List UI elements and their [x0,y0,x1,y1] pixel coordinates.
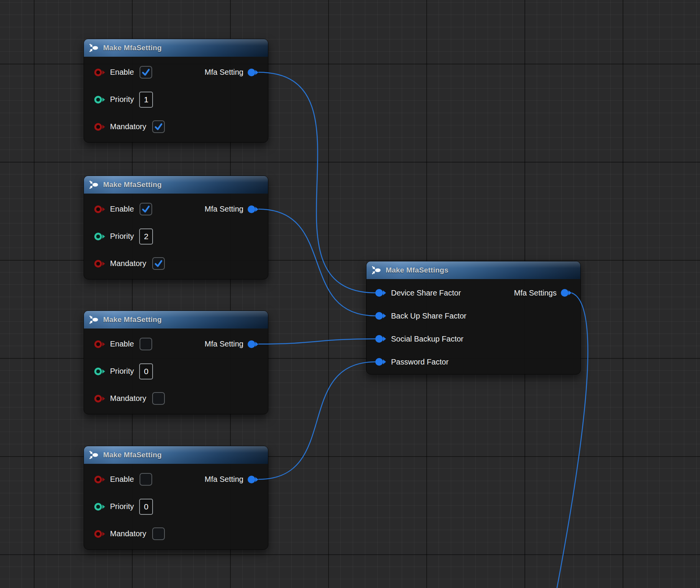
pin-label: Enable [110,205,134,214]
pin-label: Priority [110,232,134,241]
blueprint-node-make-mfasetting-4[interactable]: Make MfaSetting Enable Priority 0 Mandat… [84,446,268,550]
pin-row: Mandatory [84,113,165,140]
node-header[interactable]: Make MfaSetting [84,176,268,194]
enable-checkbox[interactable] [140,338,152,350]
pin-row: Mandatory [84,250,165,277]
node-header[interactable]: Make MfaSetting [84,446,268,464]
pin-row: Mandatory [84,385,165,412]
pin-row: Social Backup Factor [366,327,467,350]
pin-label: Mfa Settings [514,289,557,297]
pin-label: Mandatory [110,259,146,268]
priority-field[interactable]: 0 [139,499,153,515]
blueprint-node-make-mfasetting-1[interactable]: Make MfaSetting Enable Priority 1 Mandat… [84,39,268,143]
int-input-pin[interactable] [94,367,105,376]
pin-row: Mfa Setting [205,195,268,223]
pin-label: Password Factor [391,358,449,366]
node-title: Make MfaSettings [386,266,449,274]
bool-input-pin[interactable] [94,68,105,77]
priority-field[interactable]: 0 [139,363,153,379]
pin-row: Mfa Settings [514,281,580,304]
make-struct-icon [89,181,99,189]
bool-input-pin[interactable] [94,394,105,403]
pin-row: Enable [84,466,165,493]
int-input-pin[interactable] [94,95,105,104]
blueprint-wire[interactable] [258,362,376,480]
make-struct-icon [89,315,99,324]
int-input-pin[interactable] [94,502,105,511]
blueprint-node-make-mfasetting-2[interactable]: Make MfaSetting Enable Priority 2 Mandat… [84,176,268,279]
pin-row: Priority 0 [84,358,165,385]
pin-row: Priority 2 [84,223,165,250]
pin-label: Priority [110,95,134,104]
struct-output-pin[interactable] [560,288,572,297]
blueprint-wire[interactable] [258,72,376,293]
pin-row: Enable [84,195,165,223]
bool-input-pin[interactable] [94,475,105,484]
make-struct-icon [89,451,99,459]
priority-field[interactable]: 2 [139,228,153,245]
struct-input-pin[interactable] [375,311,386,320]
pin-label: Social Backup Factor [391,335,463,343]
pin-label: Priority [110,367,134,376]
pin-row: Mfa Setting [205,330,268,358]
make-struct-icon [89,44,99,52]
struct-input-pin[interactable] [375,288,386,297]
pin-row: Priority 0 [84,493,165,520]
pin-label: Mfa Setting [205,68,243,77]
mandatory-checkbox[interactable] [152,527,165,540]
struct-output-pin[interactable] [247,475,259,484]
struct-input-pin[interactable] [375,334,386,343]
pin-row: Back Up Share Factor [366,304,467,327]
enable-checkbox[interactable] [140,66,152,79]
blueprint-node-make-mfasetting-3[interactable]: Make MfaSetting Enable Priority 0 Mandat… [84,310,268,414]
node-header[interactable]: Make MfaSetting [84,39,268,57]
pin-row: Device Share Factor [366,281,467,304]
blueprint-node-make-mfasettings[interactable]: Make MfaSettings Device Share Factor Bac… [366,261,581,374]
node-title: Make MfaSetting [103,315,162,324]
pin-row: Mandatory [84,520,165,547]
enable-checkbox[interactable] [140,203,152,215]
pin-row: Priority 1 [84,86,165,113]
pin-label: Mandatory [110,529,146,538]
pin-label: Mfa Setting [205,340,243,348]
priority-field[interactable]: 1 [139,92,153,108]
pin-row: Enable [84,330,165,358]
pin-label: Mfa Setting [205,205,243,214]
pin-label: Mandatory [110,122,146,131]
pin-row: Enable [84,59,165,86]
pin-row: Password Factor [366,350,467,373]
struct-output-pin[interactable] [247,340,259,349]
struct-input-pin[interactable] [375,357,386,366]
pin-row: Mfa Setting [205,59,268,86]
int-input-pin[interactable] [94,232,105,241]
pin-label: Device Share Factor [391,289,461,297]
bool-input-pin[interactable] [94,259,105,268]
mandatory-checkbox[interactable] [152,257,165,270]
node-title: Make MfaSetting [103,451,162,459]
make-struct-icon [371,266,381,274]
pin-label: Mfa Setting [205,475,243,484]
blueprint-wire[interactable] [258,339,376,344]
enable-checkbox[interactable] [140,473,152,486]
bool-input-pin[interactable] [94,122,105,131]
bool-input-pin[interactable] [94,529,105,539]
pin-label: Mandatory [110,394,146,403]
mandatory-checkbox[interactable] [152,392,165,405]
pin-label: Priority [110,502,134,511]
struct-output-pin[interactable] [247,68,259,77]
node-header[interactable]: Make MfaSetting [84,311,268,328]
blueprint-graph-canvas[interactable]: Make MfaSetting Enable Priority 1 Mandat… [0,0,700,588]
pin-row: Mfa Setting [205,466,268,493]
struct-output-pin[interactable] [247,205,259,214]
pin-label: Enable [110,340,134,348]
bool-input-pin[interactable] [94,340,105,349]
pin-label: Back Up Share Factor [391,312,467,320]
node-header[interactable]: Make MfaSettings [366,261,580,279]
mandatory-checkbox[interactable] [152,120,165,133]
pin-label: Enable [110,68,134,77]
node-title: Make MfaSetting [103,181,162,189]
blueprint-wire[interactable] [258,209,376,316]
pin-label: Enable [110,475,134,484]
node-title: Make MfaSetting [103,44,162,52]
bool-input-pin[interactable] [94,205,105,214]
